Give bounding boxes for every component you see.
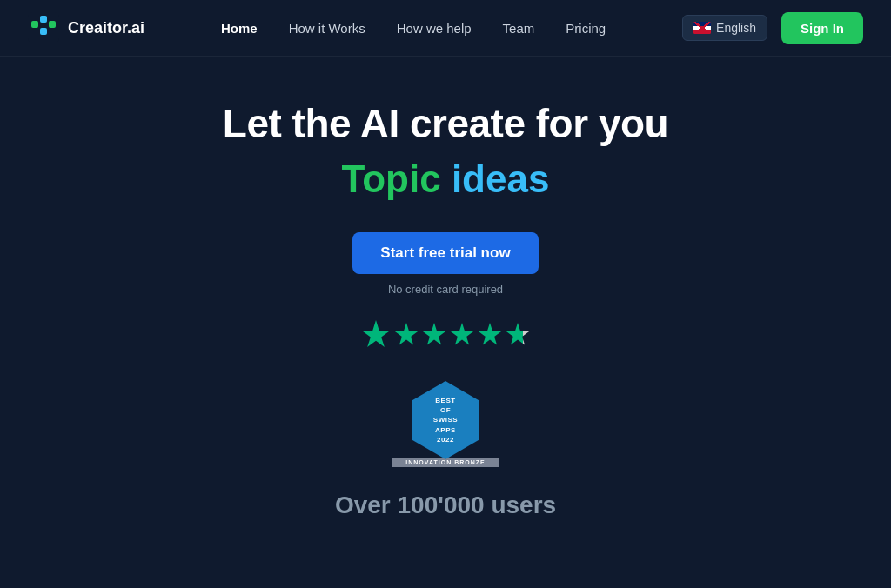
nav-team[interactable]: Team [503,21,535,36]
trustpilot-star-3 [422,323,446,347]
trustpilot-star-1 [361,320,391,350]
main-nav: Home How it Works How we help Team Prici… [221,21,606,36]
sign-in-button[interactable]: Sign In [781,12,863,44]
users-count: Over 100'000 users [335,491,556,519]
trustpilot-star-2 [394,323,419,347]
topic-text: Topic [342,157,441,200]
award-badge-container: BEST OF SWISS APPS 2022 INNOVATION BRONZ… [392,381,499,467]
badge-line4: APPS [435,425,456,435]
language-label: English [716,21,756,35]
badge-line5: 2022 [437,435,454,444]
header-right: English Sign In [682,12,863,44]
logo-icon [28,12,59,43]
svg-rect-2 [40,16,47,23]
svg-rect-3 [49,21,56,28]
ideas-text: ideas [452,157,550,200]
cta-button[interactable]: Start free trial now [352,232,538,274]
main-headline: Let the AI create for you [223,100,668,147]
badge-line2: OF [440,405,451,415]
trustpilot-star-4 [450,323,474,347]
badge-line1: BEST [435,396,455,405]
badge-wrapper: BEST OF SWISS APPS 2022 INNOVATION BRONZ… [392,381,499,467]
nav-how-we-help[interactable]: How we help [397,21,472,36]
nav-how-it-works[interactable]: How it Works [289,21,365,36]
flag-icon [693,22,711,34]
nav-pricing[interactable]: Pricing [566,21,606,36]
svg-rect-1 [31,21,38,28]
svg-rect-4 [40,28,47,35]
subheadline: Topic ideas [342,157,550,201]
no-credit-text: No credit card required [388,283,503,296]
header: Creaitor.ai Home How it Works How we hel… [0,0,891,57]
badge-line3: SWISS [433,415,458,424]
trustpilot-star-5 [478,323,502,347]
award-badge: BEST OF SWISS APPS 2022 [406,381,485,459]
logo-text: Creaitor.ai [68,19,144,37]
main-content: Let the AI create for you Topic ideas St… [0,57,891,519]
nav-home[interactable]: Home [221,21,258,36]
language-selector[interactable]: English [682,15,767,41]
trustpilot-rating [361,320,530,350]
trustpilot-star-6 [506,323,530,347]
logo[interactable]: Creaitor.ai [28,12,144,43]
